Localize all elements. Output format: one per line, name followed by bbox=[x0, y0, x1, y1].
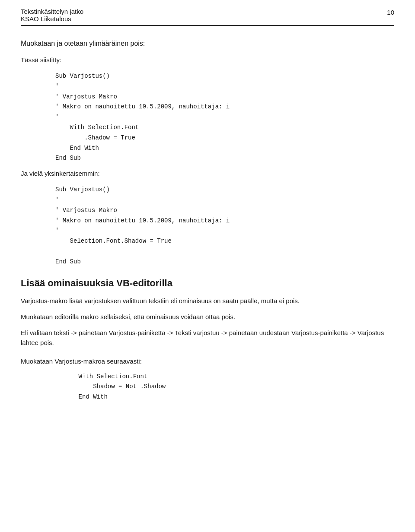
muokataan-label: Muokataan Varjostus-makroa seuraavasti: bbox=[21, 358, 394, 365]
header-left: Tekstinkäsittelyn jatko KSAO Liiketalous bbox=[21, 8, 83, 22]
paragraph-3: Eli valitaan teksti -> painetaan Varjost… bbox=[21, 328, 394, 348]
viela-label: Ja vielä yksinkertaisemmin: bbox=[21, 170, 394, 177]
page-header: Tekstinkäsittelyn jatko KSAO Liiketalous… bbox=[21, 8, 394, 26]
page-number: 10 bbox=[387, 8, 394, 16]
code-block-3: With Selection.Font Shadow = Not .Shadow… bbox=[64, 372, 394, 402]
code-block-2: Sub Varjostus() ' ' Varjostus Makro ' Ma… bbox=[55, 185, 394, 267]
paragraph-2: Muokataan editorilla makro sellaiseksi, … bbox=[21, 312, 394, 322]
intro-heading: Muokataan ja otetaan ylimääräinen pois: bbox=[21, 40, 394, 48]
page-container: Tekstinkäsittelyn jatko KSAO Liiketalous… bbox=[0, 0, 415, 532]
paragraph-1: Varjostus-makro lisää varjostuksen valit… bbox=[21, 296, 394, 306]
code-block-1: Sub Varjostus() ' ' Varjostus Makro ' Ma… bbox=[55, 71, 394, 164]
tassa-label: Tässä siistitty: bbox=[21, 56, 394, 63]
big-heading: Lisää ominaisuuksia VB-editorilla bbox=[21, 278, 394, 289]
header-subtitle: KSAO Liiketalous bbox=[21, 15, 83, 22]
header-title: Tekstinkäsittelyn jatko bbox=[21, 8, 83, 15]
